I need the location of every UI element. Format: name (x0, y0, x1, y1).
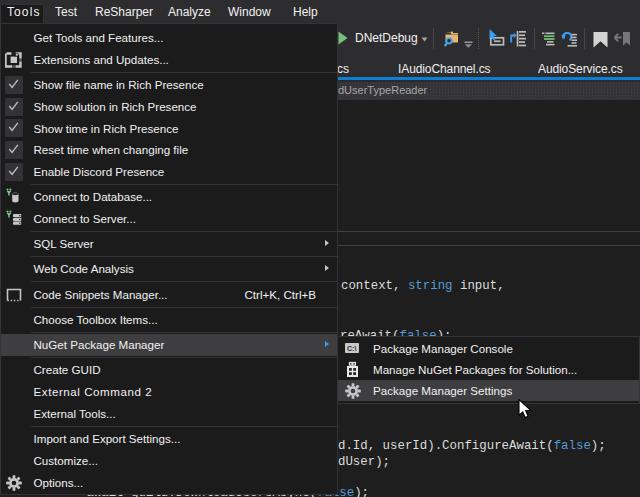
svg-text:C:\: C:\ (347, 345, 356, 352)
